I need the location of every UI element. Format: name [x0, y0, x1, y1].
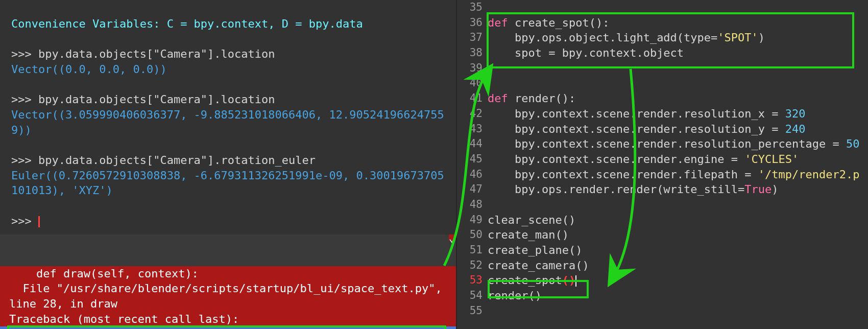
- console-cursor: [38, 216, 40, 227]
- line-number: 41: [457, 91, 483, 106]
- console-output: Euler((0.7260572910308838, -6.6793113262…: [11, 169, 444, 197]
- console-output: Vector((0.0, 0.0, 0.0)): [11, 63, 167, 76]
- line-number: 35: [457, 0, 483, 15]
- code-line[interactable]: create_man(): [488, 227, 868, 243]
- line-number: 38: [457, 45, 483, 61]
- error-block: def draw(self, context): File "/usr/shar…: [0, 266, 456, 327]
- code-line[interactable]: bpy.context.scene.render.filepath = '/tm…: [488, 167, 868, 182]
- editor-cursor: [575, 275, 576, 287]
- scroll-indicator[interactable]: ⌄: [449, 234, 455, 241]
- line-number: 42: [457, 106, 483, 122]
- console-prompt: >>>: [11, 154, 38, 167]
- chevron-down-icon: ⌄: [449, 234, 455, 245]
- console-cmd: bpy.data.objects["Camera"].location: [38, 93, 275, 106]
- console-header: Convenience Variables: C = bpy.context, …: [11, 17, 363, 30]
- line-number: 50: [457, 227, 483, 243]
- console-cmd: bpy.data.objects["Camera"].rotation_eule…: [38, 154, 316, 167]
- code-line[interactable]: [488, 0, 868, 15]
- code-line[interactable]: render(): [488, 288, 868, 303]
- line-number: 55: [457, 303, 483, 319]
- line-number: 37: [457, 30, 483, 45]
- line-number: 40: [457, 76, 483, 91]
- line-number: 45: [457, 152, 483, 167]
- code-line[interactable]: [488, 61, 868, 76]
- code-line[interactable]: def render():: [488, 91, 868, 106]
- code-line[interactable]: [488, 197, 868, 213]
- code-line[interactable]: create_plane(): [488, 243, 868, 258]
- info-log[interactable]: ⌄ def draw(self, context): File "/usr/sh…: [0, 234, 456, 329]
- line-number: 48: [457, 197, 483, 213]
- code-line[interactable]: clear_scene(): [488, 213, 868, 228]
- console-cmd: bpy.data.objects["Camera"].location: [38, 48, 275, 60]
- code-line[interactable]: def create_spot():: [488, 15, 868, 31]
- code-line[interactable]: spot = bpy.context.object: [488, 45, 868, 61]
- line-number: 46: [457, 167, 483, 182]
- code-line[interactable]: bpy.context.scene.render.resolution_y = …: [488, 122, 868, 137]
- line-number: 51: [457, 243, 483, 258]
- line-number: 49: [457, 213, 483, 228]
- code-line[interactable]: [488, 303, 868, 319]
- code-line[interactable]: bpy.context.scene.render.engine = 'CYCLE…: [488, 152, 868, 167]
- console-prompt: >>>: [11, 93, 38, 106]
- line-number: 52: [457, 258, 483, 273]
- code-line[interactable]: bpy.context.scene.render.resolution_perc…: [488, 136, 868, 152]
- console-prompt: >>>: [11, 48, 38, 60]
- left-panel: Convenience Variables: C = bpy.context, …: [0, 0, 457, 329]
- code-line[interactable]: create_camera(): [488, 258, 868, 273]
- line-number: 47: [457, 182, 483, 197]
- line-number: 54: [457, 288, 483, 303]
- code-line[interactable]: [488, 76, 868, 91]
- code-line[interactable]: create_spot(): [488, 273, 868, 288]
- line-number: 43: [457, 122, 483, 137]
- code-line[interactable]: bpy.context.scene.render.resolution_x = …: [488, 106, 868, 122]
- console-output: Vector((3.059990406036377, -9.8852310180…: [11, 108, 444, 136]
- code-line[interactable]: bpy.ops.render.render(write_still=True): [488, 182, 868, 197]
- code-body[interactable]: def create_spot(): bpy.ops.object.light_…: [488, 0, 868, 329]
- code-line[interactable]: bpy.ops.object.light_add(type='SPOT'): [488, 30, 868, 45]
- line-number: 36: [457, 15, 483, 31]
- line-number: 39: [457, 61, 483, 76]
- line-number: 44: [457, 136, 483, 152]
- selected-op[interactable]: bpy.ops.object.light_add(type='SPOT', ra…: [0, 326, 456, 329]
- console-prompt: >>>: [11, 215, 38, 227]
- line-gutter: 3536373839404142434445464748495051525354…: [457, 0, 488, 329]
- python-console[interactable]: Convenience Variables: C = bpy.context, …: [0, 0, 456, 234]
- line-number: 53: [457, 273, 483, 288]
- text-editor[interactable]: 3536373839404142434445464748495051525354…: [457, 0, 868, 329]
- root: Convenience Variables: C = bpy.context, …: [0, 0, 868, 329]
